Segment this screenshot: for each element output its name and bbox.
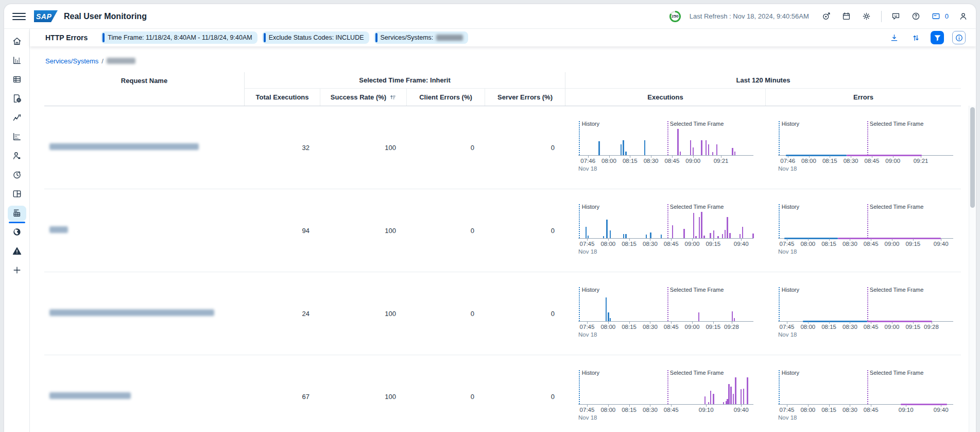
table-row: 6710000HistorySelected Time Frame07:4508… — [44, 355, 961, 432]
cell-server-errors: 0 — [485, 393, 565, 401]
axis-tick-label: 07:45 — [580, 324, 595, 330]
sparkline-x-axis: 07:4508:0008:1508:3008:4509:0009:1509:28 — [578, 322, 753, 330]
menu-icon[interactable] — [12, 10, 26, 23]
alert-icon — [12, 246, 22, 258]
sparkline-bar — [717, 236, 719, 238]
cell-client-errors: 0 — [406, 144, 485, 152]
sparkline-bar — [735, 377, 736, 404]
request-name-link-redacted[interactable] — [49, 392, 131, 399]
sap-logo[interactable]: SAP — [34, 10, 58, 22]
sidebar-item-page-globe[interactable] — [8, 91, 26, 107]
sparkline-bar — [716, 144, 718, 155]
sidebar-item-person-badge[interactable] — [8, 148, 26, 164]
toolbar-actions — [887, 31, 966, 44]
sidebar-item-trend-chart[interactable] — [8, 110, 26, 126]
sidebar-item-split-panel[interactable] — [8, 187, 26, 202]
filter-chip-2[interactable]: Services/Systems: — [374, 31, 469, 44]
axis-tick-label: 08:00 — [800, 407, 815, 413]
cell-server-errors: 0 — [485, 310, 565, 318]
axis-tick-label: 09:21 — [714, 158, 729, 164]
sparkline-bar — [608, 312, 609, 321]
column-header-executions[interactable]: Executions — [565, 89, 765, 106]
axis-tick-label: 08:30 — [843, 407, 857, 413]
axis-tick-label: 08:15 — [822, 158, 837, 164]
sparkline-bar — [743, 389, 745, 404]
download-icon[interactable] — [887, 31, 901, 44]
sidebar-item-globe[interactable] — [8, 225, 26, 240]
sparkline-bar — [621, 144, 622, 155]
cell-total-executions: 32 — [244, 144, 320, 152]
table-body: 3210000HistorySelected Time Frame07:4608… — [44, 106, 961, 432]
sidebar-item-home[interactable] — [8, 34, 26, 49]
sparkline-bar — [741, 389, 742, 404]
column-header-request-name[interactable]: Request Name — [44, 72, 244, 89]
table-row: 9410000HistorySelected Time Frame07:4508… — [44, 189, 961, 272]
sidebar-item-add[interactable] — [8, 263, 26, 278]
help-icon[interactable] — [910, 11, 922, 22]
request-name-link-redacted[interactable] — [49, 143, 199, 150]
filter-chip-0[interactable]: Time Frame: 11/18/24, 8:40AM - 11/18/24,… — [101, 31, 257, 44]
axis-tick-label: 09:00 — [885, 158, 900, 164]
sparkline-bar — [725, 230, 726, 238]
sparkline-bar — [623, 140, 624, 155]
request-name-link-redacted[interactable] — [49, 226, 68, 233]
axis-tick-label: 09:40 — [734, 407, 749, 413]
history-divider-line — [579, 121, 580, 155]
column-header-errors[interactable]: Errors — [765, 89, 961, 106]
column-header-server-errors[interactable]: Server Errors (%) — [485, 89, 565, 106]
vertical-scrollbar[interactable] — [969, 106, 976, 432]
selected-time-frame-label: Selected Time Frame — [670, 370, 724, 376]
executions-sparkline: HistorySelected Time Frame07:4508:0008:1… — [578, 287, 753, 340]
sparkline-bar — [606, 220, 608, 238]
request-name-link-redacted[interactable] — [49, 309, 214, 316]
sort-icon[interactable] — [909, 31, 922, 44]
sparkline-bar — [695, 236, 697, 238]
filter-icon[interactable] — [931, 31, 944, 44]
cell-total-executions: 24 — [244, 310, 320, 318]
sidebar-item-column-chart[interactable] — [8, 53, 26, 69]
target-icon[interactable] — [821, 11, 832, 22]
cell-success-rate: 100 — [320, 144, 406, 152]
avatar-icon[interactable] — [957, 11, 969, 22]
column-header-success-rate[interactable]: Success Rate (%) — [320, 89, 406, 106]
request-name-cell — [44, 143, 244, 152]
column-header-total-executions[interactable]: Total Executions — [244, 89, 320, 106]
selected-time-frame-divider-line — [667, 287, 668, 321]
axis-tick-label: 08:30 — [843, 324, 857, 330]
history-label: History — [782, 204, 799, 210]
table-row: 3210000HistorySelected Time Frame07:4608… — [44, 106, 961, 189]
product-title: Real User Monitoring — [64, 12, 147, 21]
filter-chip-1[interactable]: Exclude Status Codes: INCLUDE — [262, 31, 369, 44]
axis-tick-label: 08:45 — [664, 241, 679, 247]
sparkline-bar — [713, 230, 715, 238]
sidebar-item-clock[interactable] — [8, 168, 26, 183]
sidebar-item-grid-table[interactable] — [8, 72, 26, 88]
notifications-icon[interactable] — [931, 11, 942, 22]
sidebar-item-table-view[interactable] — [8, 206, 26, 221]
axis-tick-label: 07:45 — [780, 324, 795, 330]
calendar-icon[interactable] — [841, 11, 852, 22]
request-name-cell — [44, 309, 244, 318]
breadcrumb-link[interactable]: Services/Systems — [45, 57, 98, 65]
shell-header: SAP Real User Monitoring 250 Last Refres… — [4, 4, 976, 29]
executions-sparkline: HistorySelected Time Frame07:4608:0008:1… — [578, 121, 753, 174]
filter-chip-redacted-value — [436, 35, 463, 41]
feedback-icon[interactable] — [890, 11, 902, 22]
left-navigation-rail — [4, 29, 30, 432]
axis-tick-label: 08:15 — [821, 241, 836, 247]
sidebar-item-bar-chart[interactable] — [8, 129, 26, 145]
axis-date-label: Nov 18 — [578, 414, 753, 421]
scrollbar-thumb[interactable] — [970, 107, 975, 208]
sidebar-item-alert[interactable] — [8, 244, 26, 259]
axis-tick-label: 08:30 — [843, 241, 857, 247]
clock-icon — [12, 170, 22, 181]
settings-icon[interactable] — [861, 11, 872, 22]
info-icon[interactable] — [952, 31, 966, 44]
axis-tick-label: 08:00 — [800, 324, 815, 330]
sparkline-plot: HistorySelected Time Frame — [778, 204, 953, 239]
sparkline-x-axis: 07:4608:0008:1508:3008:4509:0009:21 — [778, 156, 953, 164]
table-view-icon — [12, 208, 22, 220]
sparkline-bar — [710, 391, 712, 404]
column-header-client-errors[interactable]: Client Errors (%) — [406, 89, 485, 106]
axis-tick-label: 08:15 — [622, 324, 637, 330]
